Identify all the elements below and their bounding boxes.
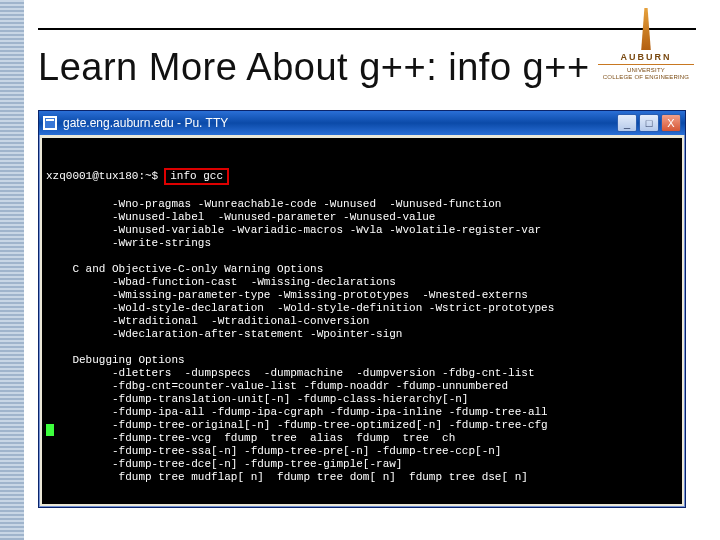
auburn-logo: AUBURN UNIVERSITY COLLEGE OF ENGINEERING [598,8,694,80]
term-line: -fdump-tree-ssa[-n] -fdump-tree-pre[-n] … [46,445,501,457]
logo-sub2: COLLEGE OF ENGINEERING [598,74,694,80]
window-titlebar[interactable]: gate.eng.auburn.edu - Pu. TTY _ □ X [39,111,685,135]
terminal-cursor [46,424,54,436]
putty-window: gate.eng.auburn.edu - Pu. TTY _ □ X xzq0… [38,110,686,508]
shell-prompt: xzq0001@tux180:~$ [46,170,158,183]
logo-sub1: UNIVERSITY [598,67,694,73]
minimize-button[interactable]: _ [617,114,637,132]
term-line: -Wno-pragmas -Wunreachable-code -Wunused… [46,198,501,210]
maximize-button[interactable]: □ [639,114,659,132]
term-line: -fdump-ipa-all -fdump-ipa-cgraph -fdump-… [46,406,548,418]
window-buttons: _ □ X [617,114,681,132]
terminal[interactable]: xzq0001@tux180:~$info gcc -Wno-pragmas -… [42,138,682,504]
command-highlight: info gcc [164,168,229,185]
term-line: -Wold-style-declaration -Wold-style-defi… [46,302,554,314]
term-line: -fdump-translation-unit[-n] -fdump-class… [46,393,468,405]
logo-divider [598,64,694,65]
putty-icon [43,116,57,130]
term-line: -fdump-tree-dce[-n] -fdump-tree-gimple[-… [46,458,402,470]
term-line: -fdbg-cnt=counter-value-list -fdump-noad… [46,380,508,392]
term-line: -Wunused-variable -Wvariadic-macros -Wvl… [46,224,541,236]
maximize-icon: □ [646,117,653,129]
close-icon: X [667,117,674,129]
term-line: -dletters -dumpspecs -dumpmachine -dumpv… [46,367,534,379]
prompt-line: xzq0001@tux180:~$info gcc [46,168,678,185]
term-line: -Wunused-label -Wunused-parameter -Wunus… [46,211,435,223]
term-line: -Wwrite-strings [46,237,211,249]
term-line: -Wtraditional -Wtraditional-conversion [46,315,369,327]
term-line: -fdump-tree-vcg fdump tree alias fdump t… [46,432,455,444]
term-line: Debugging Options [46,354,185,366]
command-text: info gcc [170,170,223,182]
left-decorative-stripe [0,0,24,540]
window-title: gate.eng.auburn.edu - Pu. TTY [63,116,611,130]
term-line: C and Objective-C-only Warning Options [46,263,323,275]
term-line: -Wbad-function-cast -Wmissing-declaratio… [46,276,396,288]
tower-icon [638,8,654,50]
term-line: -Wdeclaration-after-statement -Wpointer-… [46,328,402,340]
term-line: -Wmissing-parameter-type -Wmissing-proto… [46,289,528,301]
term-line: -fdump-tree-original[-n] -fdump-tree-opt… [46,419,548,431]
slide: Learn More About g++: info g++ AUBURN UN… [0,0,720,540]
minimize-icon: _ [624,117,630,129]
close-button[interactable]: X [661,114,681,132]
term-line: fdump tree mudflap[ n] fdump tree dom[ n… [46,471,528,483]
logo-name: AUBURN [598,52,694,62]
slide-title: Learn More About g++: info g++ [38,46,590,89]
